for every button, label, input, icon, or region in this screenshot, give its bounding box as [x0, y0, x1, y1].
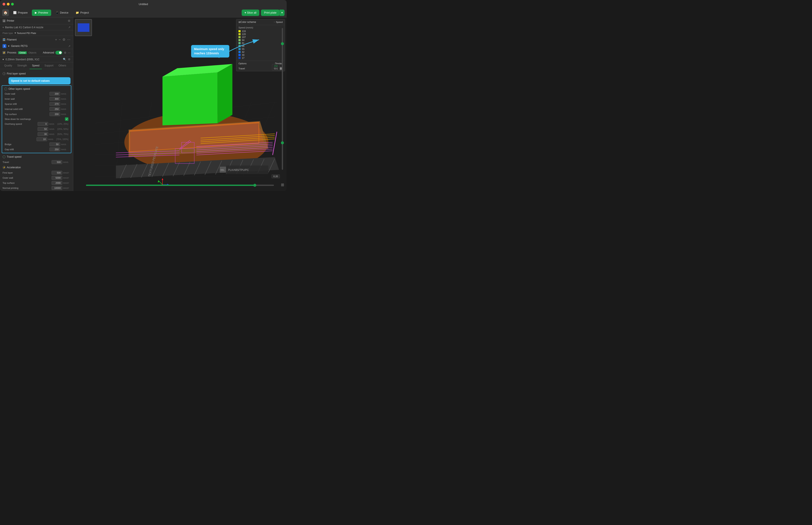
tab-strength[interactable]: Strength — [15, 62, 29, 69]
overhang-50-75-row: mm/s [50%, 75%) — [2, 132, 71, 137]
filament-add-button[interactable]: + — [55, 38, 57, 42]
viewport-thumbnail — [75, 19, 92, 36]
outer-wall-value[interactable]: 200 — [49, 92, 60, 96]
inner-wall-row: Inner wall 300 mm/s — [2, 96, 71, 102]
printer-model-name: Bambu Lab X1 Carbon 0.4 nozzle — [5, 26, 43, 29]
inner-wall-value[interactable]: 300 — [49, 97, 60, 101]
project-icon: 📁 — [76, 11, 79, 14]
process-settings-icon[interactable]: ⚙ — [64, 51, 67, 54]
overhang-75-100-value[interactable] — [36, 137, 47, 141]
accel-top-surface-unit: mm/s² — [63, 182, 71, 184]
printer-section-header: 🖨 Printer ⚙ — [0, 17, 73, 25]
internal-solid-infill-row: Internal solid infill 250 mm/s — [2, 106, 71, 111]
plate-type-label: Plate type — [2, 32, 13, 34]
acceleration-icon: ⚡ — [2, 166, 5, 169]
v-slider-bottom-thumb[interactable] — [281, 141, 284, 144]
printer-link-icon[interactable]: ↗ — [68, 26, 71, 29]
accel-normal-printing-label: Normal printing — [2, 187, 51, 189]
home-button[interactable]: 🏠 — [2, 9, 9, 16]
top-surface-unit: mm/s — [61, 113, 68, 116]
advanced-label: Advanced — [43, 51, 54, 54]
accel-outer-wall-label: Outer wall — [2, 177, 51, 179]
accel-top-surface-value[interactable]: 2000 — [51, 181, 62, 185]
outer-wall-label: Outer wall — [5, 92, 49, 95]
device-tab[interactable]: 📱 Device — [53, 10, 72, 16]
bridge-unit: mm/s — [61, 143, 68, 146]
preview-icon: ▶ — [35, 11, 37, 14]
maximize-button[interactable] — [11, 3, 14, 5]
filament-settings-icon[interactable]: ⚙ — [62, 38, 65, 42]
printer-section-title: Printer — [7, 19, 14, 22]
minimize-button[interactable] — [7, 3, 10, 5]
filament-remove-button[interactable]: − — [59, 38, 61, 42]
slow-down-label: Slow down for overhangs — [5, 118, 63, 120]
sparse-infill-value[interactable]: 270 — [49, 102, 60, 106]
overhang-10-25-unit: mm/s — [49, 123, 57, 125]
badge-objects[interactable]: Objects — [28, 51, 36, 54]
filament-chevron-icon: ▾ — [8, 45, 9, 47]
tab-support[interactable]: Support — [42, 62, 56, 69]
gap-infill-unit: mm/s — [61, 148, 68, 151]
plate-type-row: Plate type ▾ Textured PEI Plate — [0, 30, 73, 36]
cs-color-107 — [238, 36, 240, 38]
cs-color-133 — [238, 30, 240, 32]
badge-global[interactable]: Global — [18, 51, 27, 54]
accel-top-surface-row: Top surface 2000 mm/s² — [0, 180, 73, 185]
h-slider-thumb[interactable] — [253, 184, 256, 187]
accel-top-surface-label: Top surface — [2, 182, 51, 184]
preset-settings-icon[interactable]: ⚙ — [68, 58, 71, 61]
bottom-layer-slider[interactable] — [86, 183, 274, 187]
acceleration-title: Acceleration — [7, 166, 21, 169]
accel-normal-printing-unit: mm/s² — [63, 187, 71, 189]
slow-down-checkbox[interactable]: ✓ — [65, 117, 68, 121]
left-panel: 🖨 Printer ⚙ ▾ Bambu Lab X1 Carbon 0.4 no… — [0, 17, 73, 191]
filament-link-icon[interactable]: ↗ — [68, 45, 71, 48]
slice-all-label: Slice all — [247, 11, 256, 14]
internal-solid-infill-value[interactable]: 250 — [49, 107, 60, 111]
window-title: Untitled — [139, 2, 148, 6]
other-layers-header: ✓ Other layers speed — [2, 87, 71, 91]
plate-type-chevron-icon: ▾ — [15, 32, 16, 34]
advanced-toggle-switch[interactable] — [56, 51, 62, 55]
print-plate-dropdown[interactable]: ▾ — [279, 10, 284, 16]
accel-normal-printing-row: Normal printing 10000 mm/s² — [0, 185, 73, 191]
layers-icon[interactable]: ⊞ — [281, 182, 284, 187]
overhang-50-75-value[interactable] — [38, 132, 48, 136]
print-plate-button[interactable]: Print plate — [261, 10, 279, 16]
top-surface-value[interactable]: 200 — [49, 112, 60, 116]
bridge-value[interactable]: 50 — [49, 142, 60, 146]
overhang-speed-label: Overhang speed — [5, 123, 37, 125]
printer-gear-icon[interactable]: ⚙ — [68, 19, 71, 22]
viewport[interactable]: PLA/ABS/TPU/PC BBL TEXTURED PEI PLATE — [73, 17, 287, 191]
layer-indicator-bottom: 0.20 — [271, 175, 280, 178]
gap-infill-value[interactable]: 250 — [49, 148, 60, 151]
overhang-25-50-value[interactable] — [38, 127, 48, 131]
overhang-25-50-unit: mm/s — [49, 128, 57, 130]
prepare-tab[interactable]: ⬜ Prepare — [10, 10, 31, 16]
cs-expand-icon[interactable]: ⊞ — [238, 21, 240, 24]
process-more-icon[interactable]: ⋯ — [68, 51, 71, 54]
accel-first-layer-value[interactable]: 500 — [51, 171, 62, 175]
slice-all-button[interactable]: ▾ Slice all — [242, 10, 260, 16]
overhang-10-25-value[interactable] — [38, 122, 48, 126]
tab-others[interactable]: Others — [56, 62, 69, 69]
accel-outer-wall-value[interactable]: 5000 — [51, 176, 62, 180]
v-slider-top-thumb[interactable] — [281, 42, 284, 45]
tab-speed[interactable]: Speed — [30, 62, 42, 69]
preset-search-icon[interactable]: 🔍 — [63, 58, 66, 61]
printer-icon: 🖨 — [2, 19, 5, 22]
filament-more-icon[interactable]: ⋯ — [67, 38, 71, 42]
bridge-row: Bridge 50 mm/s — [2, 142, 71, 147]
close-button[interactable] — [2, 3, 5, 5]
accel-normal-printing-value[interactable]: 10000 — [51, 186, 62, 190]
vertical-slider[interactable] — [281, 28, 284, 170]
other-layers-check-icon: ✓ — [4, 87, 7, 90]
travel-value[interactable]: 500 — [51, 160, 62, 164]
outer-wall-unit: mm/s — [61, 93, 68, 95]
travel-row: Travel 500 mm/s — [0, 160, 73, 165]
project-tab[interactable]: 📁 Project — [73, 10, 92, 16]
preview-tab[interactable]: ▶ Preview — [32, 10, 51, 16]
cs-speed-value[interactable]: Speed — [276, 21, 283, 23]
tab-quality[interactable]: Quality — [2, 62, 15, 69]
traffic-lights — [2, 3, 14, 5]
